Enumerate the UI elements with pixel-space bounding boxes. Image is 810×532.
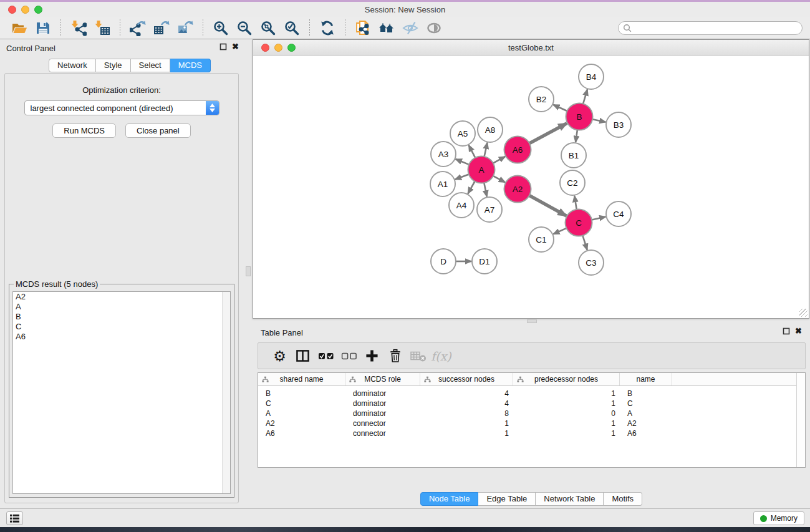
edge-B-B3[interactable] <box>592 119 605 122</box>
graph-node-A4[interactable]: A4 <box>449 193 474 218</box>
splitter-handle[interactable] <box>246 266 251 276</box>
column-header-successor-nodes[interactable]: successor nodes <box>420 373 513 385</box>
tab-network-table[interactable]: Network Table <box>536 492 604 506</box>
graph-node-C4[interactable]: C4 <box>606 201 631 226</box>
optimization-criterion-select[interactable]: largest connected component (directed) <box>24 100 219 115</box>
table-row[interactable]: A2connector11A2 <box>258 418 805 428</box>
import-network-button[interactable] <box>67 19 90 37</box>
edge-A6-B[interactable] <box>529 123 567 143</box>
edge-A-A8[interactable] <box>485 143 488 157</box>
export-image-button[interactable] <box>173 19 197 37</box>
tab-style[interactable]: Style <box>96 59 131 72</box>
table-row[interactable]: Bdominator41B <box>258 389 805 399</box>
export-table-button[interactable] <box>150 19 173 37</box>
graph-node-B3[interactable]: B3 <box>606 112 631 137</box>
select-all-columns-button[interactable] <box>314 346 337 367</box>
graph-node-A6[interactable]: A6 <box>504 137 531 163</box>
edge-B-B1[interactable] <box>576 130 577 142</box>
edge-C-C3[interactable] <box>582 236 587 250</box>
tab-network[interactable]: Network <box>49 59 96 72</box>
graph-node-B1[interactable]: B1 <box>561 143 586 168</box>
horizontal-splitter-handle[interactable] <box>527 319 537 323</box>
tab-node-table[interactable]: Node Table <box>420 492 479 506</box>
run-mcds-button[interactable]: Run MCDS <box>52 123 116 138</box>
table-scrollbar[interactable] <box>796 373 805 467</box>
tab-motifs[interactable]: Motifs <box>604 492 642 506</box>
deselect-all-columns-button[interactable] <box>337 346 360 367</box>
result-list-scrollbar[interactable] <box>222 292 230 493</box>
result-list-item[interactable]: A2 <box>13 292 230 302</box>
result-list-item[interactable]: B <box>13 312 230 322</box>
task-history-button[interactable] <box>6 511 23 525</box>
add-column-button[interactable] <box>360 346 383 367</box>
graph-node-C[interactable]: C <box>566 210 592 236</box>
graph-node-C3[interactable]: C3 <box>579 250 604 275</box>
edge-A-A1[interactable] <box>455 174 469 179</box>
graph-node-B2[interactable]: B2 <box>529 87 554 112</box>
graph-node-C1[interactable]: C1 <box>529 227 554 252</box>
table-row[interactable]: Adominator80A <box>258 409 805 418</box>
graph-node-A5[interactable]: A5 <box>450 121 475 146</box>
result-list-item[interactable]: A <box>13 302 230 312</box>
tab-edge-table[interactable]: Edge Table <box>478 492 536 506</box>
result-list-item[interactable]: A6 <box>13 332 230 342</box>
show-details-button[interactable] <box>422 19 446 37</box>
graph-node-D[interactable]: D <box>431 249 456 274</box>
edge-A-A2[interactable] <box>493 176 505 182</box>
graph-node-A3[interactable]: A3 <box>431 142 456 167</box>
zoom-fit-button[interactable] <box>256 19 280 37</box>
graph-node-A7[interactable]: A7 <box>477 197 502 222</box>
close-table-panel-icon[interactable]: ✖ <box>795 327 802 335</box>
settings-gear-icon[interactable]: ⚙ <box>268 346 291 367</box>
import-table-button[interactable] <box>90 19 114 37</box>
graph-node-A1[interactable]: A1 <box>430 172 455 196</box>
delete-columns-button[interactable] <box>383 346 407 367</box>
float-table-panel-icon[interactable] <box>783 327 790 335</box>
refresh-view-button[interactable] <box>316 19 339 37</box>
edge-A-A7[interactable] <box>484 183 487 196</box>
graph-node-A8[interactable]: A8 <box>478 117 503 142</box>
split-columns-button[interactable] <box>291 346 314 367</box>
edge-A-A5[interactable] <box>469 145 475 158</box>
edge-B-B4[interactable] <box>583 89 587 104</box>
edge-A-A4[interactable] <box>468 181 475 194</box>
network-canvas[interactable]: B4B2BB3A8A5A6A3B1AC2A1A2A4A7C4CC1DD1C3 <box>253 56 809 318</box>
column-header-MCDS-role[interactable]: MCDS role <box>345 373 420 385</box>
open-file-button[interactable] <box>7 19 31 37</box>
column-header-name[interactable]: name <box>620 373 672 385</box>
edge-A-A6[interactable] <box>493 157 505 163</box>
export-network-button[interactable] <box>126 19 150 37</box>
vertical-splitter[interactable] <box>244 39 253 508</box>
save-session-button[interactable] <box>31 19 55 37</box>
graph-node-B[interactable]: B <box>566 104 593 130</box>
table-row[interactable]: A6connector11A6 <box>258 428 805 438</box>
graph-node-A[interactable]: A <box>468 157 495 183</box>
column-header-predecessor-nodes[interactable]: predecessor nodes <box>513 373 620 385</box>
clone-network-button[interactable] <box>351 19 375 37</box>
result-list-item[interactable]: C <box>13 322 230 332</box>
edge-C-C1[interactable] <box>553 228 566 235</box>
mcds-result-list[interactable]: A2ABCA6 <box>12 291 231 494</box>
float-panel-icon[interactable] <box>219 43 227 51</box>
memory-button[interactable]: Memory <box>753 511 804 525</box>
edge-C-C2[interactable] <box>574 196 576 210</box>
graph-node-A2[interactable]: A2 <box>504 176 531 203</box>
close-panel-icon[interactable]: ✖ <box>232 43 239 51</box>
close-panel-button[interactable]: Close panel <box>125 123 191 138</box>
hide-details-button[interactable] <box>398 19 422 37</box>
graph-node-B4[interactable]: B4 <box>579 64 604 89</box>
edge-C-C4[interactable] <box>592 216 605 220</box>
tab-select[interactable]: Select <box>131 59 170 72</box>
column-header-shared-name[interactable]: shared name <box>258 373 345 385</box>
tab-mcds[interactable]: MCDS <box>170 59 211 72</box>
edge-B-B2[interactable] <box>553 105 567 111</box>
search-input[interactable] <box>618 21 803 35</box>
edge-A-A3[interactable] <box>455 159 469 165</box>
resize-grip-icon[interactable] <box>799 309 808 317</box>
zoom-out-button[interactable] <box>233 19 256 37</box>
zoom-in-button[interactable] <box>209 19 233 37</box>
edge-A2-C[interactable] <box>529 195 566 216</box>
graph-node-C2[interactable]: C2 <box>560 170 585 195</box>
network-graph[interactable]: B4B2BB3A8A5A6A3B1AC2A1A2A4A7C4CC1DD1C3 <box>253 56 809 318</box>
show-panels-button[interactable] <box>375 19 398 37</box>
